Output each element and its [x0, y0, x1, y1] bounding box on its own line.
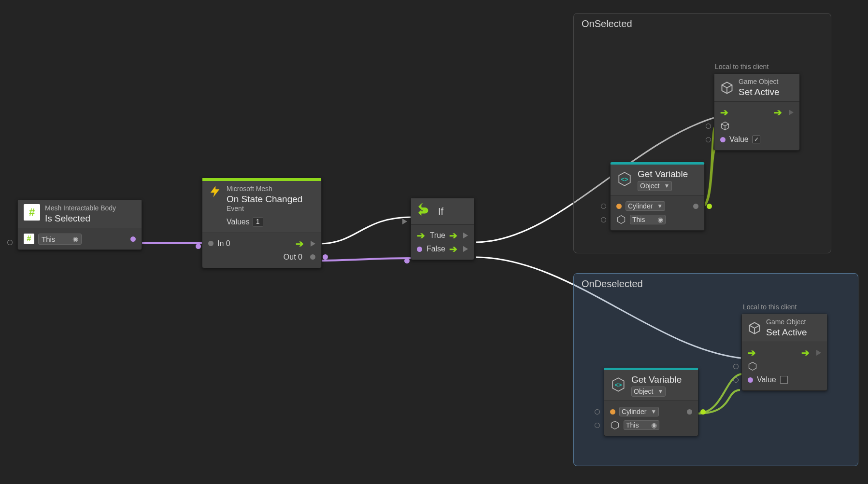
variable-name: Cylinder — [622, 408, 646, 415]
cube-icon — [720, 81, 734, 95]
port-out-value[interactable] — [687, 409, 692, 415]
port-ring[interactable] — [601, 204, 606, 209]
node-category: Microsoft Mesh — [227, 185, 302, 194]
scope-dropdown[interactable]: Object▼ — [638, 181, 672, 192]
target-picker-icon[interactable]: ◉ — [657, 216, 663, 223]
port-ring[interactable] — [595, 423, 600, 428]
node-if[interactable]: If ➔ True ➔ False ➔ — [411, 198, 474, 260]
variable-name: Cylinder — [628, 202, 653, 210]
port-in-flow[interactable] — [402, 219, 407, 224]
group-title: OnDeselected — [574, 274, 858, 294]
port-in-bool-dot[interactable] — [417, 247, 422, 252]
arrow-icon: ➔ — [449, 243, 457, 255]
node-category: Game Object — [739, 78, 780, 86]
value-label: Value — [757, 375, 776, 384]
arrow-icon: ➔ — [449, 230, 457, 241]
cube-icon — [610, 420, 620, 430]
node-title: Is Selected — [45, 213, 116, 224]
port-in-value-ring[interactable] — [733, 377, 739, 383]
port-in-name[interactable] — [616, 204, 622, 209]
target-dropdown[interactable]: This ◉ — [624, 420, 659, 430]
node-title: Set Active — [766, 327, 807, 338]
node-set-active-1[interactable]: Game Object Set Active ➔ ➔ Value ✓ — [714, 73, 800, 151]
cube-icon — [748, 361, 757, 371]
group-title: OnSelected — [574, 14, 831, 34]
port-out-ring[interactable] — [7, 240, 13, 245]
port-in-value[interactable] — [196, 244, 201, 249]
node-get-variable-2[interactable]: <> Get Variable Object▼ Cylinder▼ — [604, 368, 698, 436]
port-out-pin[interactable] — [700, 409, 706, 415]
port-in-value[interactable] — [720, 137, 726, 142]
scope-note: Local to this client — [743, 303, 797, 311]
port-out-flow[interactable] — [816, 350, 821, 356]
variable-name-dropdown[interactable]: Cylinder▼ — [626, 201, 665, 211]
target-dropdown[interactable]: This ◉ — [630, 215, 666, 224]
port-out-flow[interactable] — [311, 241, 315, 247]
port-ring[interactable] — [595, 409, 600, 415]
svg-text:<>: <> — [615, 381, 622, 388]
node-get-variable-1[interactable]: <> Get Variable Object▼ Cylinder▼ — [610, 162, 705, 231]
port-out-value[interactable] — [130, 236, 136, 242]
branch-icon — [417, 202, 433, 221]
variable-name-dropdown[interactable]: Cylinder▼ — [619, 407, 659, 416]
target-value: This — [42, 235, 55, 243]
cube-icon — [720, 121, 730, 131]
true-label: True — [430, 231, 445, 240]
out-label: Out 0 — [284, 253, 302, 262]
target-dropdown[interactable]: This ◉ — [38, 234, 82, 245]
scope-note: Local to this client — [715, 63, 768, 70]
node-title: On State Changed — [227, 194, 302, 205]
port-out-value-pin[interactable] — [323, 254, 328, 260]
port-out-value[interactable] — [310, 254, 315, 260]
node-title: If — [438, 206, 443, 217]
port-in-name[interactable] — [610, 409, 615, 415]
node-category: Mesh Interactable Body — [45, 204, 116, 213]
port-in-flow[interactable] — [208, 241, 213, 246]
port-in-value[interactable] — [748, 377, 753, 383]
arrow-icon: ➔ — [774, 107, 782, 118]
scope-value: Object — [634, 387, 653, 396]
node-title: Set Active — [739, 86, 780, 98]
arrow-icon: ➔ — [801, 347, 810, 359]
target-value: This — [632, 216, 645, 223]
port-out-false[interactable] — [463, 246, 468, 252]
target-picker-icon[interactable]: ◉ — [651, 421, 657, 429]
chevron-down-icon: ▼ — [664, 182, 669, 190]
in-label: In 0 — [217, 239, 230, 248]
false-label: False — [427, 245, 445, 253]
value-checkbox[interactable]: ✓ — [753, 136, 760, 143]
port-in-bool[interactable] — [404, 258, 410, 263]
node-is-selected[interactable]: # Mesh Interactable Body Is Selected # T… — [17, 200, 142, 250]
node-subtitle: Event — [227, 205, 302, 213]
port-ring[interactable] — [601, 217, 606, 222]
port-in-target-ring[interactable] — [706, 124, 711, 129]
node-set-active-2[interactable]: Game Object Set Active ➔ ➔ Value — [741, 314, 827, 391]
port-out-flow[interactable] — [789, 110, 794, 115]
node-title: Get Variable — [638, 168, 688, 180]
node-on-state-changed[interactable]: Microsoft Mesh On State Changed Event Va… — [202, 178, 322, 268]
arrow-icon: ➔ — [417, 230, 425, 241]
variable-icon: <> — [616, 171, 633, 189]
target-value: This — [626, 421, 639, 429]
node-title: Get Variable — [631, 374, 682, 386]
port-in-target-ring[interactable] — [733, 364, 739, 369]
values-count[interactable]: 1 — [253, 217, 263, 227]
variable-icon: <> — [610, 376, 626, 395]
port-out-value[interactable] — [693, 204, 698, 209]
arrow-icon: ➔ — [720, 107, 728, 118]
cube-icon — [748, 321, 761, 335]
value-label: Value — [729, 135, 749, 144]
port-out-pin[interactable] — [707, 204, 712, 209]
port-in-value-ring[interactable] — [706, 137, 711, 142]
arrow-icon: ➔ — [296, 238, 304, 249]
chevron-down-icon: ▼ — [657, 388, 663, 395]
hash-icon: # — [24, 204, 40, 221]
port-out-true[interactable] — [463, 233, 468, 238]
cube-icon — [616, 215, 626, 224]
svg-text:<>: <> — [621, 176, 628, 183]
target-picker-icon[interactable]: ◉ — [72, 235, 78, 243]
value-checkbox[interactable] — [780, 376, 788, 384]
arrow-icon: ➔ — [748, 347, 756, 359]
scope-dropdown[interactable]: Object▼ — [631, 387, 666, 397]
bolt-icon — [208, 185, 222, 200]
